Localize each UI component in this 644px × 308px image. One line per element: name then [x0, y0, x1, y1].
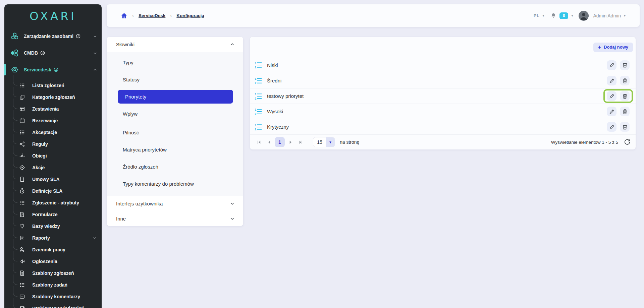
user-avatar[interactable]	[579, 11, 589, 21]
config-item-typy-komentarzy[interactable]: Typy komentarzy do problemów	[107, 175, 243, 192]
accordion-section-slowniki[interactable]: Słowniki	[107, 37, 243, 52]
language-selector[interactable]: PL	[534, 13, 540, 18]
svg-text:2: 2	[255, 128, 257, 131]
language-chevron-icon[interactable]: ▾	[542, 14, 544, 17]
notifications-bell-icon[interactable]	[550, 12, 556, 19]
notifications-count-badge[interactable]: 0	[559, 12, 568, 19]
pagination-bar: 1 15 ▼ na stronę Wyświetlanie elementów …	[250, 134, 636, 149]
delete-button[interactable]	[620, 91, 630, 101]
sidebar-item-reguly[interactable]: Reguły	[4, 138, 102, 150]
page-size-select[interactable]: 15 ▼	[313, 137, 335, 147]
config-item-zrodlo-zgloszen[interactable]: Źródło zgłoszeń	[107, 158, 243, 175]
ordered-list-icon: 12	[255, 61, 262, 69]
svg-text:1: 1	[255, 93, 257, 96]
svg-text:1: 1	[255, 108, 257, 111]
divider	[107, 123, 243, 123]
edit-button[interactable]	[607, 60, 616, 70]
config-item-wplyw[interactable]: Wpływ	[107, 105, 243, 122]
config-item-statusy[interactable]: Statusy	[107, 71, 243, 88]
sidebar-item-akceptacje[interactable]: Akceptacje	[4, 126, 102, 138]
cmdb-hexagons-icon	[11, 49, 19, 57]
config-item-pilnosc[interactable]: Pilność	[107, 124, 243, 141]
delete-button[interactable]	[620, 122, 630, 132]
sidebar-item-szablony-zadan[interactable]: Szablony zadań	[4, 279, 102, 291]
first-page-button[interactable]	[254, 137, 264, 147]
edit-button[interactable]	[607, 107, 616, 116]
config-item-matryca-priorytetow[interactable]: Matryca priorytetów	[107, 141, 243, 158]
gauge-icon	[40, 51, 45, 55]
sidebar-item-definicje-sla[interactable]: Definicje SLA	[4, 185, 102, 197]
sidebar-item-szablony-powiadomien[interactable]: Szablony powiadomień	[4, 302, 102, 308]
priorities-rows: 12 Niski 12 Średni 12 testowy priorytet	[250, 57, 636, 134]
sidebar-item-ogloszenia[interactable]: Ogłoszenia	[4, 255, 102, 267]
breadcrumb-separator: ›	[132, 13, 134, 18]
sidebar-item-zestawienia[interactable]: Zestawienia	[4, 103, 102, 115]
breadcrumb-link-servicedesk[interactable]: ServiceDesk	[139, 13, 165, 18]
share-nodes-icon	[19, 141, 25, 147]
document-icon	[19, 176, 25, 182]
home-icon[interactable]	[121, 12, 127, 19]
config-item-typy[interactable]: Typy	[107, 54, 243, 71]
table-row-niski: 12 Niski	[250, 57, 636, 73]
page-number-button[interactable]: 1	[275, 137, 285, 147]
stopwatch-icon	[19, 188, 25, 194]
sidebar-item-lista-zgloszen[interactable]: Lista zgłoszeń	[4, 79, 102, 91]
sidebar-item-umowy-sla[interactable]: Umowy SLA	[4, 173, 102, 185]
previous-page-button[interactable]	[264, 137, 274, 147]
workflow-icon	[19, 153, 25, 159]
sidebar-item-servicedesk[interactable]: Servicedesk	[4, 61, 102, 78]
gauge-icon	[54, 67, 58, 72]
ordered-list-icon: 12	[255, 123, 262, 131]
row-actions-highlighted	[603, 89, 633, 103]
sidebar-item-label: CMDB	[24, 50, 38, 56]
row-actions	[605, 106, 632, 117]
pagination-right: Wyświetlanie elementów 1 - 5 z 5	[551, 138, 631, 146]
svg-text:1: 1	[255, 123, 257, 127]
worklog-person-icon	[19, 247, 25, 253]
plus-icon: +	[598, 45, 601, 50]
sidebar-item-kategorie-zgloszen[interactable]: Kategorie zgłoszeń	[4, 91, 102, 103]
sidebar-item-szablony-komentarzy[interactable]: Szablony komentarzy	[4, 291, 102, 302]
comment-card-icon	[19, 294, 25, 300]
edit-button[interactable]	[607, 91, 616, 101]
breadcrumb: › ServiceDesk › Konfiguracja	[121, 12, 204, 19]
delete-button[interactable]	[620, 76, 630, 85]
sidebar-item-cmdb[interactable]: CMDB	[4, 45, 102, 61]
table-row-krytyczny: 12 Krytyczny	[250, 119, 636, 134]
row-actions	[605, 121, 632, 133]
sidebar-item-szablony-zgloszen[interactable]: Szablony zgłoszeń	[4, 267, 102, 279]
sidebar-item-zarzadzanie-zasobami[interactable]: Zarządzanie zasobami	[4, 28, 102, 45]
config-item-priorytety-selected[interactable]: Priorytety	[118, 90, 233, 104]
sidebar-item-dziennik-pracy[interactable]: Dziennik pracy	[4, 244, 102, 255]
user-menu-chevron-icon[interactable]: ▾	[624, 14, 626, 17]
last-page-button[interactable]	[296, 137, 306, 147]
chevron-down-icon	[230, 217, 234, 221]
sidebar-item-bazy-wiedzy[interactable]: Bazy wiedzy	[4, 220, 102, 232]
delete-button[interactable]	[620, 107, 630, 116]
sidebar-item-formularze[interactable]: Formularze	[4, 208, 102, 220]
svg-text:2: 2	[255, 97, 257, 100]
breadcrumb-link-konfiguracja[interactable]: Konfiguracja	[176, 13, 204, 18]
add-new-button[interactable]: + Dodaj nowy	[593, 43, 633, 52]
accordion-label: Słowniki	[116, 42, 135, 47]
checklist-icon	[19, 129, 25, 135]
sidebar-item-raporty[interactable]: Raporty	[4, 232, 102, 244]
edit-button[interactable]	[607, 122, 616, 132]
user-name[interactable]: Admin Admin	[593, 13, 621, 18]
refresh-button[interactable]	[624, 138, 631, 146]
edit-button[interactable]	[607, 76, 616, 85]
next-page-button[interactable]	[285, 137, 296, 147]
accordion-section-interfejs-uzytkownika[interactable]: Interfejs użytkownika	[107, 196, 243, 211]
active-indicator	[4, 64, 6, 75]
sidebar-item-zgloszenie-atrybuty[interactable]: Zgłoszenie - atrybuty	[4, 197, 102, 208]
delete-button[interactable]	[620, 60, 630, 70]
svg-text:1: 1	[255, 77, 257, 80]
sidebar-item-akcje[interactable]: Akcje	[4, 162, 102, 173]
page-size-value: 15	[313, 137, 326, 147]
chevron-down-icon	[230, 201, 234, 206]
sidebar-item-rezerwacje[interactable]: Rezerwacje	[4, 115, 102, 126]
sidebar-item-obiegi[interactable]: Obiegi	[4, 150, 102, 162]
priority-name: Niski	[267, 62, 278, 68]
accordion-section-inne[interactable]: Inne	[107, 211, 243, 226]
notifications-chevron-icon[interactable]: ▾	[571, 14, 573, 17]
